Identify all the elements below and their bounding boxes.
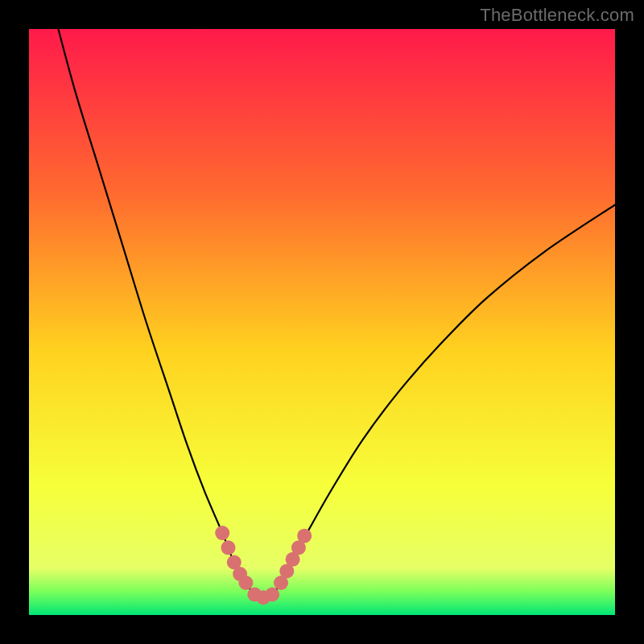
marker-group <box>215 526 312 605</box>
bottleneck-curve <box>58 29 615 597</box>
marker-dot <box>265 588 279 602</box>
curve-layer <box>29 29 615 615</box>
watermark-text: TheBottleneck.com <box>480 5 634 26</box>
plot-area <box>29 29 615 615</box>
chart-stage: TheBottleneck.com <box>0 0 644 644</box>
marker-dot <box>215 526 229 540</box>
marker-dot <box>221 540 236 555</box>
marker-dot <box>238 576 253 590</box>
marker-dot <box>297 529 312 543</box>
